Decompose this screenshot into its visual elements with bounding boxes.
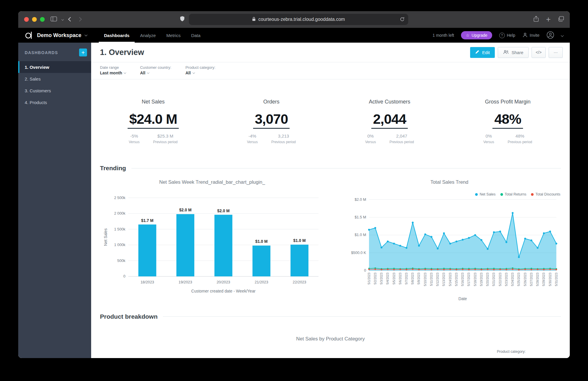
svg-text:500k: 500k [117,258,126,263]
kpi-active-customers[interactable]: Active Customers 2,044 0%Versus 2,047Pre… [330,99,449,144]
svg-text:5/18/2023: 5/18/2023 [474,273,477,286]
date-range-filter[interactable]: Date range Last month [100,65,126,75]
kpi-title: Gross Profit Margin [449,99,567,105]
legend-item[interactable]: Total Returns [500,192,527,196]
kpi-value: 2,044 [371,111,408,129]
chevron-down-icon [84,34,87,36]
kpi-value: 48% [492,111,523,129]
nav-dashboards[interactable]: Dashboards [99,28,135,43]
kpi-change: 0% [365,133,376,138]
svg-text:1 500k: 1 500k [114,227,126,231]
desktop-background: courteous-zebra.trial.cloud.gooddata.com… [0,0,588,381]
nav-analyze[interactable]: Analyze [135,28,161,43]
toolbar-left-controls [51,16,82,23]
sidebar-item-overview[interactable]: 1. Overview [18,61,91,73]
svg-text:5/28/2023: 5/28/2023 [536,273,539,286]
svg-text:5/21/2023: 5/21/2023 [492,273,495,286]
svg-text:$1.0 M: $1.0 M [255,239,268,244]
kpi-gross-profit-margin[interactable]: Gross Profit Margin 48% 0%Versus 48%Prev… [449,99,567,144]
svg-text:5/6/2023: 5/6/2023 [399,273,402,284]
svg-text:$1.5 M: $1.5 M [355,215,366,219]
legend-item[interactable]: Total Discounts [531,192,560,196]
kpi-previous-label: Previous period [390,140,414,144]
kpi-net-sales[interactable]: Net Sales $24.0 M -5%Versus $25.3 MPrevi… [94,99,212,144]
workspace-selector[interactable]: Demo Workspace [37,32,87,39]
svg-text:$500.0 K: $500.0 K [351,250,366,255]
new-tab-icon[interactable]: + [546,16,551,24]
kpi-orders[interactable]: Orders 3,070 -4%Versus 3,213Previous per… [212,99,330,144]
person-icon [522,32,528,39]
kpi-previous-value: $25.3 M [153,133,178,138]
back-button[interactable] [68,17,73,22]
svg-text:5/9/2023: 5/9/2023 [417,273,420,284]
reload-icon[interactable] [400,17,405,23]
embed-button[interactable]: </> [532,47,546,58]
trending-section-header: Trending [91,165,570,172]
minimize-button[interactable] [32,17,37,22]
svg-text:Net Sales Week Trend_radial_ba: Net Sales Week Trend_radial_bar_chart_pl… [159,179,265,185]
legend-label: Total Discounts [535,192,560,196]
people-share-icon [503,50,509,55]
legend-item[interactable]: Net Sales [475,192,495,196]
svg-text:$2.0 M: $2.0 M [217,209,230,213]
close-button[interactable] [24,17,29,22]
star-icon: ☆ [466,33,470,38]
account-avatar-icon[interactable] [547,31,554,40]
svg-text:5/16/2023: 5/16/2023 [461,273,464,286]
chevron-down-icon[interactable] [61,18,64,21]
chevron-down-icon[interactable] [561,34,564,37]
kpi-previous-value: 48% [508,133,532,138]
app-header: Demo Workspace Dashboards Analyze Metric… [18,28,570,43]
kpi-versus-label: Versus [247,140,258,144]
add-dashboard-button[interactable]: + [79,49,87,56]
tab-overview-icon[interactable] [558,16,564,23]
customer-country-filter[interactable]: Customer country: All [140,65,171,75]
legend-dot-icon [475,193,478,196]
svg-text:5/2/2023: 5/2/2023 [374,273,377,284]
sidebar-item-products[interactable]: 4. Products [18,96,91,108]
filter-bar: Date range Last month Customer country: … [91,62,570,79]
kpi-previous-label: Previous period [271,140,296,144]
window-controls [24,17,45,22]
gooddata-logo[interactable] [25,31,33,39]
svg-text:5/4/2023: 5/4/2023 [386,273,389,284]
upgrade-button[interactable]: ☆ Upgrade [461,31,492,39]
privacy-shield-icon[interactable] [180,16,185,23]
svg-text:0: 0 [123,274,125,278]
nav-data[interactable]: Data [186,28,206,43]
dashboard-actions: Edit Share </> ··· [470,47,563,58]
sidebar-item-customers[interactable]: 3. Customers [18,85,91,96]
legend-dot-icon [531,193,534,196]
dashboard-main: 1. Overview Edit Share [91,43,570,358]
svg-text:$2.0 M: $2.0 M [179,208,191,212]
svg-text:5/24/2023: 5/24/2023 [511,273,514,286]
help-button[interactable]: ? Help [499,33,515,38]
sidebar-toggle-icon[interactable] [51,16,57,23]
product-category-filter[interactable]: Product category: All [186,65,216,75]
kpi-title: Net Sales [94,99,212,105]
svg-text:2 000k: 2 000k [114,211,126,215]
address-bar[interactable]: courteous-zebra.trial.cloud.gooddata.com [189,14,408,25]
kpi-versus-label: Versus [365,140,376,144]
edit-button[interactable]: Edit [470,47,495,58]
kpi-versus-label: Versus [483,140,494,144]
kpi-previous-label: Previous period [153,140,178,144]
sidebar-item-sales[interactable]: 2. Sales [18,73,91,85]
invite-button[interactable]: Invite [522,32,539,39]
share-icon[interactable] [533,16,539,23]
kpi-change: -5% [129,133,140,138]
nav-metrics[interactable]: Metrics [161,28,186,43]
product-chart-title: Net Sales by Product Category [91,336,570,342]
more-options-button[interactable]: ··· [549,47,563,58]
legend-label: Total Returns [505,192,527,196]
kpi-row: Net Sales $24.0 M -5%Versus $25.3 MPrevi… [91,79,570,165]
forward-button[interactable] [77,17,82,22]
share-button[interactable]: Share [498,47,529,58]
toolbar-right-controls: + [533,16,564,24]
svg-text:5/26/2023: 5/26/2023 [524,273,527,286]
zoom-button[interactable] [40,17,45,22]
net-sales-week-trend-chart[interactable]: Net Sales Week Trend_radial_bar_chart_pl… [99,175,325,303]
trending-charts-row: Net Sales Week Trend_radial_bar_chart_pl… [91,172,570,303]
svg-text:5/1/2023: 5/1/2023 [368,273,371,284]
chart-legend: Net SalesTotal ReturnsTotal Discounts [475,192,560,196]
